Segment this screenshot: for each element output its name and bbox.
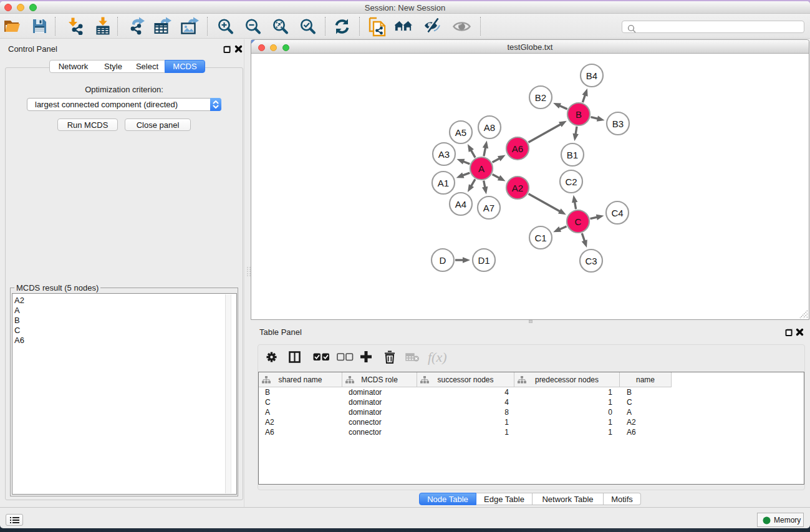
svg-text:A6: A6 <box>512 143 523 154</box>
svg-text:B2: B2 <box>535 92 546 103</box>
svg-text:A2: A2 <box>512 183 523 193</box>
svg-text:A: A <box>478 163 485 174</box>
svg-text:A1: A1 <box>438 178 449 188</box>
svg-text:C2: C2 <box>565 177 577 187</box>
svg-text:A4: A4 <box>455 199 466 210</box>
svg-text:B3: B3 <box>612 118 624 129</box>
svg-text:B1: B1 <box>567 150 578 160</box>
svg-text:D1: D1 <box>478 255 489 266</box>
svg-text:A8: A8 <box>484 122 495 133</box>
svg-text:A7: A7 <box>483 203 494 213</box>
svg-text:A3: A3 <box>438 149 450 160</box>
svg-text:D: D <box>440 255 446 266</box>
svg-text:B4: B4 <box>586 70 597 81</box>
svg-text:C: C <box>575 216 582 227</box>
svg-text:A5: A5 <box>455 127 466 138</box>
svg-text:C4: C4 <box>611 208 623 218</box>
svg-text:C1: C1 <box>534 233 546 243</box>
svg-text:B: B <box>576 109 582 120</box>
svg-text:C3: C3 <box>585 256 597 266</box>
